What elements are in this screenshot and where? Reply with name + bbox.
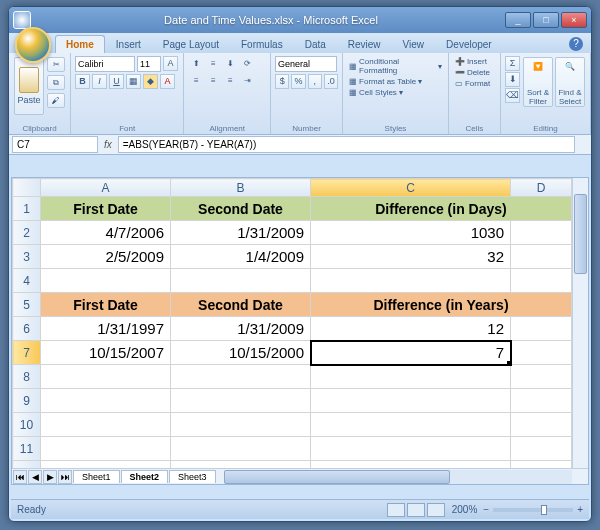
cell[interactable] [511,269,572,293]
zoom-slider[interactable] [493,508,573,512]
cell[interactable] [311,413,511,437]
format-cells-button[interactable]: ▭ Format [453,78,496,89]
cell[interactable] [511,365,572,389]
tab-nav-prev[interactable]: ◀ [28,470,42,484]
col-header-c[interactable]: C [311,179,511,197]
page-break-view-button[interactable] [427,503,445,517]
align-left-button[interactable]: ≡ [188,73,204,88]
col-header-d[interactable]: D [511,179,572,197]
scroll-thumb[interactable] [224,470,450,484]
row-header[interactable]: 3 [13,245,41,269]
grow-font-button[interactable]: A [163,56,178,71]
format-painter-button[interactable]: 🖌 [47,93,65,108]
cell[interactable] [171,269,311,293]
bold-button[interactable]: B [75,74,90,89]
row-header[interactable]: 7 [13,341,41,365]
increase-decimal-button[interactable]: .0 [324,74,338,89]
help-button[interactable]: ? [569,37,583,51]
grid[interactable]: A B C D 1First DateSecond DateDifference… [12,178,572,468]
cell[interactable] [311,389,511,413]
insert-cells-button[interactable]: ➕ Insert [453,56,496,67]
row-header[interactable]: 4 [13,269,41,293]
tab-nav-first[interactable]: ⏮ [13,470,27,484]
tab-page-layout[interactable]: Page Layout [152,35,230,53]
cell[interactable] [171,413,311,437]
fill-button[interactable]: ⬇ [505,72,520,87]
cell[interactable] [41,389,171,413]
minimize-button[interactable]: _ [505,12,531,28]
vertical-scrollbar[interactable] [572,178,588,468]
cell[interactable]: 1/31/1997 [41,317,171,341]
cell[interactable]: First Date [41,293,171,317]
cell-styles-button[interactable]: ▦ Cell Styles ▾ [347,87,444,98]
align-middle-button[interactable]: ≡ [205,56,221,71]
select-all-corner[interactable] [13,179,41,197]
zoom-level[interactable]: 200% [452,504,478,515]
cell[interactable]: 2/5/2009 [41,245,171,269]
italic-button[interactable]: I [92,74,107,89]
cut-button[interactable]: ✂ [47,57,65,72]
underline-button[interactable]: U [109,74,124,89]
cell[interactable]: Second Date [171,197,311,221]
cell[interactable] [41,461,171,469]
page-layout-view-button[interactable] [407,503,425,517]
font-name-select[interactable] [75,56,135,72]
cell[interactable] [171,365,311,389]
cell[interactable] [511,341,572,365]
row-header[interactable]: 6 [13,317,41,341]
row-header[interactable]: 5 [13,293,41,317]
active-cell[interactable]: 7 [311,341,511,365]
cell[interactable] [511,221,572,245]
row-header[interactable]: 10 [13,413,41,437]
scroll-thumb[interactable] [574,194,587,274]
cell[interactable] [171,461,311,469]
paste-button[interactable]: Paste [14,57,44,115]
row-header[interactable]: 12 [13,461,41,469]
cell[interactable]: 4/7/2006 [41,221,171,245]
cell[interactable] [511,413,572,437]
sheet-tab[interactable]: Sheet1 [73,470,120,483]
tab-insert[interactable]: Insert [105,35,152,53]
col-header-a[interactable]: A [41,179,171,197]
cell[interactable]: 1/31/2009 [171,221,311,245]
cell[interactable] [311,269,511,293]
name-box[interactable]: C7 [12,136,98,153]
fx-icon[interactable]: fx [104,139,112,150]
tab-developer[interactable]: Developer [435,35,503,53]
percent-button[interactable]: % [291,74,305,89]
cell[interactable] [511,245,572,269]
cell[interactable]: 12 [311,317,511,341]
sort-filter-button[interactable]: 🔽Sort & Filter [523,57,553,107]
col-header-b[interactable]: B [171,179,311,197]
cell[interactable] [311,365,511,389]
font-size-select[interactable] [137,56,161,72]
sheet-tab[interactable]: Sheet3 [169,470,216,483]
border-button[interactable]: ▦ [126,74,141,89]
tab-formulas[interactable]: Formulas [230,35,294,53]
zoom-knob[interactable] [541,505,547,515]
cell[interactable] [171,389,311,413]
number-format-select[interactable] [275,56,337,72]
cell[interactable] [511,461,572,469]
orientation-button[interactable]: ⟳ [239,56,255,71]
close-button[interactable]: × [561,12,587,28]
cell[interactable] [511,389,572,413]
align-center-button[interactable]: ≡ [205,73,221,88]
cell[interactable]: 10/15/2007 [41,341,171,365]
align-bottom-button[interactable]: ⬇ [222,56,238,71]
cell[interactable] [511,317,572,341]
row-header[interactable]: 11 [13,437,41,461]
comma-button[interactable]: , [308,74,322,89]
copy-button[interactable]: ⧉ [47,75,65,90]
align-top-button[interactable]: ⬆ [188,56,204,71]
cell[interactable]: Second Date [171,293,311,317]
tab-review[interactable]: Review [337,35,392,53]
cell[interactable]: 10/15/2000 [171,341,311,365]
find-select-button[interactable]: 🔍Find & Select [555,57,585,107]
row-header[interactable]: 9 [13,389,41,413]
delete-cells-button[interactable]: ➖ Delete [453,67,496,78]
cell[interactable]: 32 [311,245,511,269]
normal-view-button[interactable] [387,503,405,517]
zoom-out-button[interactable]: − [483,504,489,515]
row-header[interactable]: 2 [13,221,41,245]
